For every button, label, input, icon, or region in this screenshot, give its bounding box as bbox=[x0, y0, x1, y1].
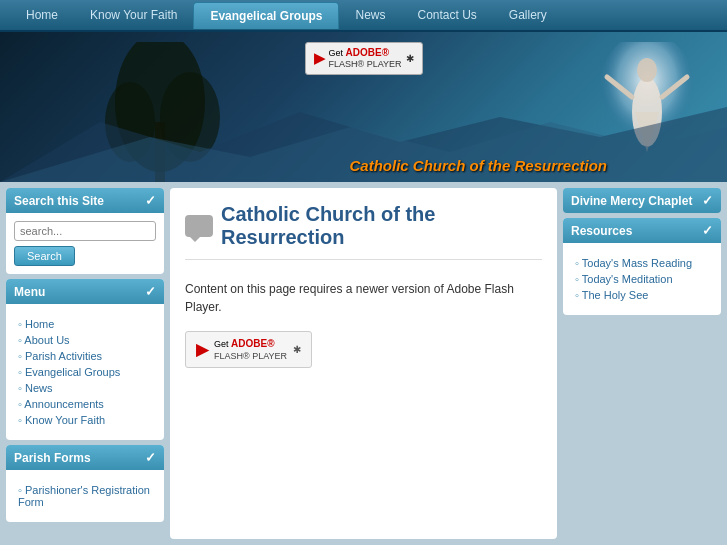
main-layout: Search this Site ✓ Search Menu ✓ Home Ab… bbox=[0, 182, 727, 545]
menu-section-header: Menu ✓ bbox=[6, 279, 164, 304]
menu-section: Menu ✓ Home About Us Parish Activities E… bbox=[6, 279, 164, 440]
resources-body: Today's Mass Reading Today's Meditation … bbox=[563, 243, 721, 315]
search-section-header: Search this Site ✓ bbox=[6, 188, 164, 213]
search-input[interactable] bbox=[14, 221, 156, 241]
divine-mercy-section: Divine Mercy Chaplet ✓ bbox=[563, 188, 721, 213]
list-item: Parish Activities bbox=[14, 348, 156, 364]
flash-badge-star: ✱ bbox=[406, 53, 414, 64]
divine-mercy-check-icon: ✓ bbox=[702, 193, 713, 208]
resources-list: Today's Mass Reading Today's Meditation … bbox=[571, 251, 713, 307]
flash-inline-star: ✱ bbox=[293, 344, 301, 355]
parish-forms-check-icon: ✓ bbox=[145, 450, 156, 465]
parish-forms-body: Parishioner's Registration Form bbox=[6, 470, 164, 522]
menu-link-about[interactable]: About Us bbox=[24, 334, 69, 346]
resources-title: Resources bbox=[571, 224, 632, 238]
list-item: Evangelical Groups bbox=[14, 364, 156, 380]
nav-bar: Home Know Your Faith Evangelical Groups … bbox=[0, 0, 727, 32]
resource-mass-reading[interactable]: Today's Mass Reading bbox=[582, 257, 692, 269]
nav-contact-us[interactable]: Contact Us bbox=[401, 2, 492, 28]
list-item: Parishioner's Registration Form bbox=[14, 482, 156, 510]
list-item: Know Your Faith bbox=[14, 412, 156, 428]
svg-point-6 bbox=[637, 58, 657, 82]
nav-news[interactable]: News bbox=[339, 2, 401, 28]
sidebar-left: Search this Site ✓ Search Menu ✓ Home Ab… bbox=[6, 188, 164, 539]
flash-inline-icon: ▶ bbox=[196, 340, 208, 359]
menu-section-title: Menu bbox=[14, 285, 45, 299]
search-section-title: Search this Site bbox=[14, 194, 104, 208]
menu-link-evangelical[interactable]: Evangelical Groups bbox=[25, 366, 120, 378]
resource-holy-see[interactable]: The Holy See bbox=[582, 289, 649, 301]
list-item: Today's Meditation bbox=[571, 271, 713, 287]
hero-banner: ▶ Get ADOBE® FLASH® PLAYER ✱ Catholic bbox=[0, 32, 727, 182]
parish-registration-link[interactable]: Parishioner's Registration Form bbox=[18, 484, 150, 508]
list-item: The Holy See bbox=[571, 287, 713, 303]
menu-link-parish[interactable]: Parish Activities bbox=[25, 350, 102, 362]
resources-check-icon: ✓ bbox=[702, 223, 713, 238]
search-check-icon: ✓ bbox=[145, 193, 156, 208]
parish-forms-section: Parish Forms ✓ Parishioner's Registratio… bbox=[6, 445, 164, 522]
list-item: News bbox=[14, 380, 156, 396]
list-item: Home bbox=[14, 316, 156, 332]
page-title: Catholic Church of the Resurrection bbox=[185, 203, 542, 260]
flash-badge-text: Get ADOBE® FLASH® PLAYER bbox=[329, 47, 402, 70]
sidebar-right: Divine Mercy Chaplet ✓ Resources ✓ Today… bbox=[563, 188, 721, 539]
menu-section-body: Home About Us Parish Activities Evangeli… bbox=[6, 304, 164, 440]
nav-gallery[interactable]: Gallery bbox=[493, 2, 563, 28]
nav-know-your-faith[interactable]: Know Your Faith bbox=[74, 2, 193, 28]
menu-link-know-faith[interactable]: Know Your Faith bbox=[25, 414, 105, 426]
menu-link-news[interactable]: News bbox=[25, 382, 53, 394]
divine-mercy-header: Divine Mercy Chaplet ✓ bbox=[563, 188, 721, 213]
parish-forms-title: Parish Forms bbox=[14, 451, 91, 465]
menu-link-announcements[interactable]: Announcements bbox=[24, 398, 104, 410]
list-item: Announcements bbox=[14, 396, 156, 412]
chat-bubble-icon bbox=[185, 215, 213, 237]
main-content: Catholic Church of the Resurrection Cont… bbox=[170, 188, 557, 539]
page-title-text: Catholic Church of the Resurrection bbox=[221, 203, 542, 249]
search-section-body: Search bbox=[6, 213, 164, 274]
divine-mercy-title: Divine Mercy Chaplet bbox=[571, 194, 692, 208]
list-item: Today's Mass Reading bbox=[571, 255, 713, 271]
resources-header: Resources ✓ bbox=[563, 218, 721, 243]
menu-check-icon: ✓ bbox=[145, 284, 156, 299]
parish-forms-header: Parish Forms ✓ bbox=[6, 445, 164, 470]
search-section: Search this Site ✓ Search bbox=[6, 188, 164, 274]
menu-list: Home About Us Parish Activities Evangeli… bbox=[14, 312, 156, 432]
flash-inline-text: Get ADOBE® FLASH® PLAYER bbox=[214, 337, 287, 362]
flash-get-badge[interactable]: ▶ Get ADOBE® FLASH® PLAYER ✱ bbox=[185, 331, 312, 368]
flash-logo-icon: ▶ bbox=[314, 50, 325, 66]
nav-evangelical-groups[interactable]: Evangelical Groups bbox=[193, 2, 339, 29]
flash-notice-text: Content on this page requires a newer ve… bbox=[185, 280, 542, 316]
menu-link-home[interactable]: Home bbox=[25, 318, 54, 330]
resources-section: Resources ✓ Today's Mass Reading Today's… bbox=[563, 218, 721, 315]
search-button[interactable]: Search bbox=[14, 246, 75, 266]
list-item: About Us bbox=[14, 332, 156, 348]
nav-home[interactable]: Home bbox=[10, 2, 74, 28]
resource-meditation[interactable]: Today's Meditation bbox=[582, 273, 673, 285]
parish-forms-list: Parishioner's Registration Form bbox=[14, 478, 156, 514]
hero-flash-badge[interactable]: ▶ Get ADOBE® FLASH® PLAYER ✱ bbox=[305, 42, 423, 75]
hero-church-title: Catholic Church of the Resurrection bbox=[349, 157, 607, 174]
